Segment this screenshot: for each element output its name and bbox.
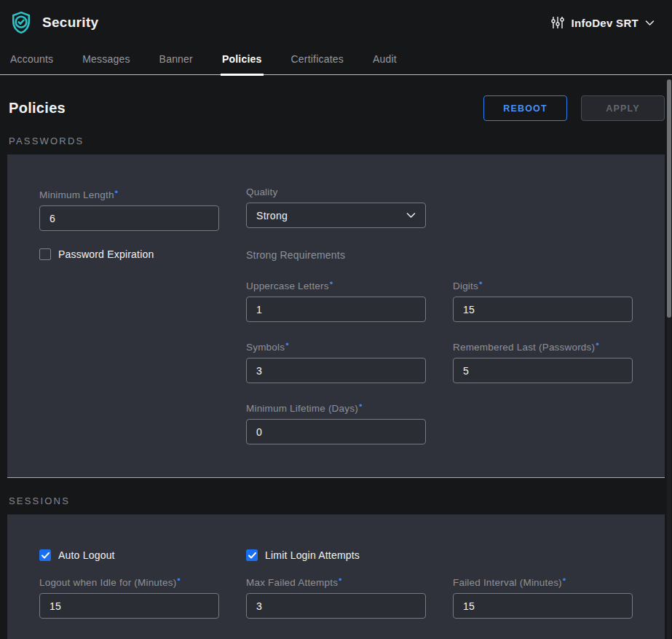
apply-button: APPLY: [581, 95, 665, 121]
limit-login-attempts-checkbox[interactable]: [246, 549, 258, 561]
minimum-length-label: Minimum Length•: [39, 187, 219, 200]
limit-login-attempts-label: Limit Login Attempts: [265, 549, 360, 561]
max-failed-attempts-label: Max Failed Attempts•: [246, 574, 426, 588]
chevron-down-icon: [406, 212, 416, 219]
org-selector[interactable]: InfoDev SRT: [550, 15, 662, 30]
max-failed-attempts-field-group: Max Failed Attempts•: [246, 574, 426, 619]
logout-idle-field-group: Logout when Idle for (Minutes)•: [39, 574, 219, 619]
sessions-panel: Auto Logout Limit Login Attempts Logout …: [7, 514, 665, 639]
sessions-section-label: SESSIONS: [0, 495, 672, 506]
required-marker: •: [359, 400, 363, 411]
required-marker: •: [339, 574, 342, 585]
auto-logout-checkbox-row[interactable]: Auto Logout: [39, 549, 219, 561]
minimum-lifetime-field-group: Minimum Lifetime (Days)•: [246, 400, 426, 444]
failed-interval-input[interactable]: [453, 593, 633, 619]
required-marker: •: [563, 574, 566, 585]
sliders-icon: [550, 15, 565, 30]
app-title: Security: [42, 15, 98, 31]
digits-input[interactable]: [453, 297, 633, 322]
uppercase-letters-label: Uppercase Letters•: [246, 278, 426, 291]
passwords-section-label: PASSWORDS: [0, 136, 672, 146]
digits-label: Digits•: [453, 278, 633, 291]
tab-certificates[interactable]: Certificates: [290, 47, 345, 74]
quality-label: Quality: [246, 187, 426, 197]
password-expiration-checkbox-row[interactable]: Password Expiration: [39, 248, 219, 261]
required-marker: •: [115, 187, 119, 197]
minimum-lifetime-input[interactable]: [246, 419, 426, 444]
tab-bar: Accounts Messages Banner Policies Certif…: [0, 42, 672, 75]
vertical-scrollbar: [667, 79, 671, 639]
failed-interval-field-group: Failed Interval (Minutes)•: [453, 574, 633, 619]
tab-accounts[interactable]: Accounts: [9, 47, 55, 74]
uppercase-letters-field-group: Uppercase Letters•: [246, 278, 426, 322]
strong-requirements-label: Strong Requirements: [246, 248, 426, 261]
required-marker: •: [479, 278, 483, 289]
app-header: Security InfoDev SRT: [0, 0, 672, 42]
auto-logout-checkbox[interactable]: [39, 549, 51, 561]
failed-interval-label: Failed Interval (Minutes)•: [453, 574, 633, 588]
quality-field-group: Quality Strong: [246, 187, 426, 231]
max-failed-attempts-input[interactable]: [246, 593, 426, 619]
page-title: Policies: [9, 100, 66, 117]
uppercase-letters-input[interactable]: [246, 297, 426, 322]
minimum-length-field-group: Minimum Length•: [39, 187, 219, 231]
password-expiration-label: Password Expiration: [58, 248, 154, 260]
remembered-last-field-group: Remembered Last (Passwords)•: [453, 339, 633, 383]
chevron-down-icon: [645, 20, 655, 26]
logout-idle-label: Logout when Idle for (Minutes)•: [39, 574, 219, 588]
symbols-input[interactable]: [246, 358, 426, 383]
password-expiration-checkbox[interactable]: [39, 248, 51, 260]
required-marker: •: [596, 339, 599, 350]
minimum-length-input[interactable]: [39, 205, 219, 231]
tab-audit[interactable]: Audit: [371, 47, 398, 74]
required-marker: •: [177, 574, 181, 585]
quality-select[interactable]: Strong: [246, 203, 426, 228]
minimum-lifetime-label: Minimum Lifetime (Days)•: [246, 400, 426, 414]
required-marker: •: [330, 278, 333, 289]
symbols-label: Symbols•: [246, 339, 426, 353]
symbols-field-group: Symbols•: [246, 339, 426, 383]
reboot-button[interactable]: REBOOT: [483, 95, 567, 121]
logout-idle-input[interactable]: [39, 593, 219, 619]
limit-login-attempts-checkbox-row[interactable]: Limit Login Attempts: [246, 549, 426, 561]
tab-policies[interactable]: Policies: [221, 47, 264, 74]
remembered-last-input[interactable]: [453, 358, 633, 383]
remembered-last-label: Remembered Last (Passwords)•: [453, 339, 633, 353]
shield-check-icon: [9, 9, 33, 36]
tab-messages[interactable]: Messages: [81, 47, 131, 74]
auto-logout-label: Auto Logout: [58, 549, 115, 561]
page-head: Policies REBOOT APPLY: [0, 75, 672, 136]
required-marker: •: [285, 339, 289, 350]
tab-banner[interactable]: Banner: [158, 47, 194, 74]
scrollbar-thumb[interactable]: [667, 79, 671, 318]
passwords-panel: Minimum Length• Quality Strong Password …: [7, 154, 665, 478]
org-name: InfoDev SRT: [572, 17, 639, 29]
quality-select-value: Strong: [256, 210, 288, 222]
digits-field-group: Digits•: [453, 278, 633, 322]
